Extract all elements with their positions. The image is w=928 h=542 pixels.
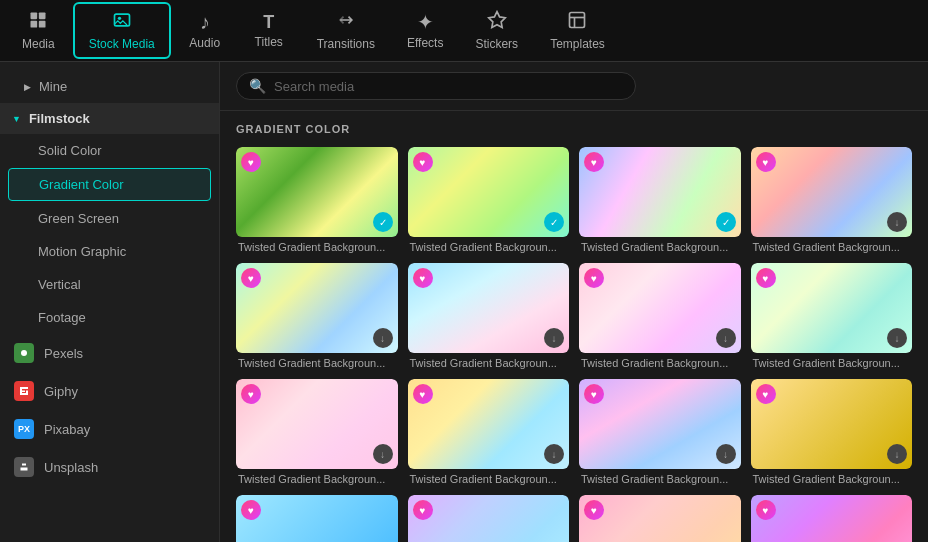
download-badge: ↓: [544, 444, 564, 464]
nav-stickers[interactable]: Stickers: [461, 4, 532, 57]
media-thumb: ♥↓: [408, 379, 570, 469]
filmstock-chevron-icon: ▼: [12, 114, 21, 124]
nav-stickers-label: Stickers: [475, 37, 518, 51]
svg-point-5: [118, 17, 121, 20]
svg-rect-4: [114, 14, 129, 26]
media-thumb: ♥✓: [408, 147, 570, 237]
media-card-label: Twisted Gradient Backgroun...: [408, 357, 570, 369]
content-area: 🔍 GRADIENT COLOR ♥✓ Twisted Gradient Bac…: [220, 62, 928, 542]
giphy-icon: [14, 381, 34, 401]
media-thumb: ♥↓: [751, 379, 913, 469]
media-card-5[interactable]: ♥↓ Twisted Gradient Backgroun...: [236, 263, 398, 369]
svg-rect-1: [39, 13, 46, 20]
sidebar-item-pexels[interactable]: Pexels: [0, 335, 219, 371]
media-card-10[interactable]: ♥↓ Twisted Gradient Backgroun...: [408, 379, 570, 485]
nav-audio[interactable]: ♪ Audio: [175, 6, 235, 56]
media-card-6[interactable]: ♥↓ Twisted Gradient Backgroun...: [408, 263, 570, 369]
media-card-7[interactable]: ♥↓ Twisted Gradient Backgroun...: [579, 263, 741, 369]
download-badge: ↓: [373, 328, 393, 348]
media-card-4[interactable]: ♥↓ Twisted Gradient Backgroun...: [751, 147, 913, 253]
sidebar-item-green-screen[interactable]: Green Screen: [8, 203, 211, 234]
audio-icon: ♪: [200, 12, 210, 32]
nav-transitions[interactable]: Transitions: [303, 4, 389, 57]
svg-rect-12: [20, 387, 28, 389]
check-badge: ✓: [716, 212, 736, 232]
sidebar-item-giphy[interactable]: Giphy: [0, 373, 219, 409]
media-thumb: ♥↓: [751, 263, 913, 353]
sidebar-item-solid-color[interactable]: Solid Color: [8, 135, 211, 166]
sidebar-item-motion-graphic[interactable]: Motion Graphic: [8, 236, 211, 267]
solid-color-label: Solid Color: [38, 143, 102, 158]
unsplash-icon: [14, 457, 34, 477]
titles-icon: T: [263, 13, 274, 31]
heart-badge: ♥: [584, 268, 604, 288]
download-badge: ↓: [887, 444, 907, 464]
media-thumb: ♥↓: [236, 379, 398, 469]
nav-stock-media[interactable]: Stock Media: [73, 2, 171, 59]
svg-rect-3: [39, 21, 46, 28]
svg-rect-15: [20, 393, 26, 395]
heart-badge: ♥: [756, 384, 776, 404]
mine-chevron-icon: ▶: [24, 82, 31, 92]
media-card-3[interactable]: ♥✓ Twisted Gradient Backgroun...: [579, 147, 741, 253]
stickers-icon: [487, 10, 507, 33]
search-icon: 🔍: [249, 78, 266, 94]
pexels-icon: [14, 343, 34, 363]
nav-media[interactable]: Media: [8, 4, 69, 57]
search-input[interactable]: [274, 79, 574, 94]
media-card-1[interactable]: ♥✓ Twisted Gradient Backgroun...: [236, 147, 398, 253]
media-card-label: Twisted Gradient Backgroun...: [579, 473, 741, 485]
motion-graphic-label: Motion Graphic: [38, 244, 126, 259]
sidebar-item-pixabay[interactable]: PX Pixabay: [0, 411, 219, 447]
sidebar-item-gradient-color[interactable]: Gradient Color: [8, 168, 211, 201]
heart-badge: ♥: [413, 384, 433, 404]
nav-effects-label: Effects: [407, 36, 443, 50]
media-thumb: ♥↓: [751, 147, 913, 237]
heart-badge: ♥: [241, 384, 261, 404]
svg-rect-2: [31, 21, 38, 28]
sidebar-mine-label: Mine: [39, 79, 67, 94]
sidebar-item-unsplash[interactable]: Unsplash: [0, 449, 219, 485]
nav-templates[interactable]: Templates: [536, 4, 619, 57]
sidebar-item-vertical[interactable]: Vertical: [8, 269, 211, 300]
sidebar-item-mine[interactable]: ▶ Mine: [8, 71, 211, 102]
nav-titles-label: Titles: [255, 35, 283, 49]
media-card-11[interactable]: ♥↓ Twisted Gradient Backgroun...: [579, 379, 741, 485]
search-wrapper: 🔍: [236, 72, 636, 100]
media-card-12[interactable]: ♥↓ Twisted Gradient Backgroun...: [751, 379, 913, 485]
stock-media-icon: [112, 10, 132, 33]
sidebar-filmstock-label: Filmstock: [29, 111, 90, 126]
media-card-16[interactable]: ♥ Twisted Gradient Backgroun...: [751, 495, 913, 542]
media-card-9[interactable]: ♥↓ Twisted Gradient Backgroun...: [236, 379, 398, 485]
media-card-14[interactable]: ♥ Twisted Gradient Backgroun...: [408, 495, 570, 542]
nav-stock-media-label: Stock Media: [89, 37, 155, 51]
media-icon: [28, 10, 48, 33]
media-card-label: Twisted Gradient Backgroun...: [408, 473, 570, 485]
sidebar-item-footage[interactable]: Footage: [8, 302, 211, 333]
media-card-2[interactable]: ♥✓ Twisted Gradient Backgroun...: [408, 147, 570, 253]
media-card-8[interactable]: ♥↓ Twisted Gradient Backgroun...: [751, 263, 913, 369]
heart-badge: ♥: [241, 500, 261, 520]
heart-badge: ♥: [584, 500, 604, 520]
giphy-label: Giphy: [44, 384, 78, 399]
heart-badge: ♥: [413, 268, 433, 288]
download-badge: ↓: [544, 328, 564, 348]
media-thumb: ♥↓: [408, 263, 570, 353]
sidebar: ▶ Mine ▼ Filmstock Solid Color Gradient …: [0, 62, 220, 542]
media-card-label: Twisted Gradient Backgroun...: [751, 473, 913, 485]
green-screen-label: Green Screen: [38, 211, 119, 226]
nav-titles[interactable]: T Titles: [239, 7, 299, 55]
section-label: GRADIENT COLOR: [236, 123, 912, 135]
media-thumb: ♥↓: [236, 263, 398, 353]
pixabay-icon: PX: [14, 419, 34, 439]
media-card-13[interactable]: ♥ Twisted Gradient Backgroun...: [236, 495, 398, 542]
media-card-label: Twisted Gradient Backgroun...: [579, 357, 741, 369]
heart-badge: ♥: [413, 500, 433, 520]
media-card-15[interactable]: ♥ Twisted Gradient Backgroun...: [579, 495, 741, 542]
transitions-icon: [336, 10, 356, 33]
sidebar-item-filmstock[interactable]: ▼ Filmstock: [0, 103, 219, 134]
nav-effects[interactable]: ✦ Effects: [393, 6, 457, 56]
svg-rect-0: [31, 13, 38, 20]
check-badge: ✓: [544, 212, 564, 232]
media-thumb: ♥: [751, 495, 913, 542]
